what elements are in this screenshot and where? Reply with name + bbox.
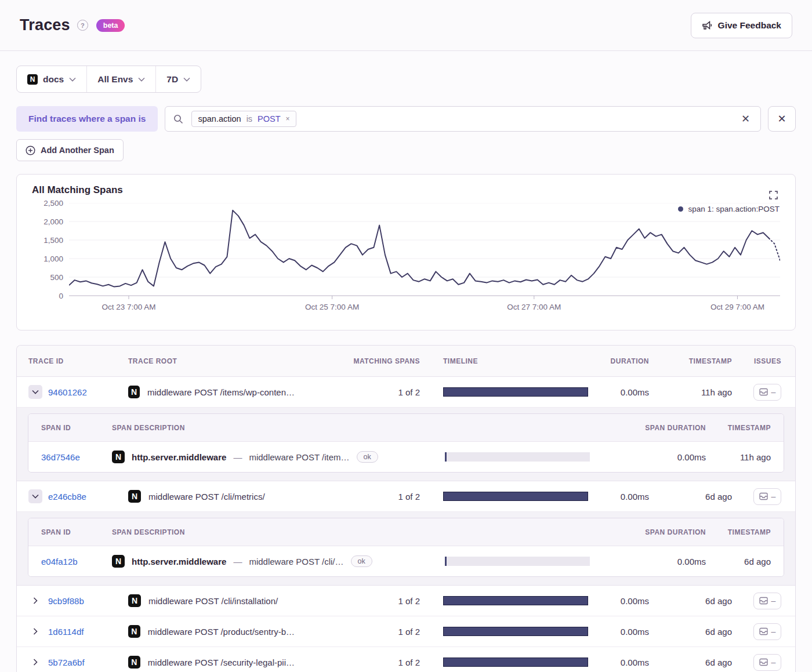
table-row[interactable]: e246cb8e N middleware POST /cli/metrics/… xyxy=(17,481,795,512)
chevron-right-icon xyxy=(33,628,38,635)
col-timeline: TIMELINE xyxy=(420,357,588,365)
token-remove-icon[interactable]: × xyxy=(286,115,290,123)
span-timestamp-value[interactable]: 11h ago xyxy=(740,452,771,462)
trace-root-text: middleware POST /product/sentry-b… xyxy=(148,627,295,637)
issues-empty-dash: – xyxy=(771,658,776,667)
issues-button[interactable]: – xyxy=(753,654,781,671)
col-span-id: SPAN ID xyxy=(41,424,112,432)
span-query-row: Find traces where a span is span.action … xyxy=(16,106,796,132)
issues-empty-dash: – xyxy=(771,596,776,605)
nextjs-logo-icon: N xyxy=(112,555,125,568)
trace-root-text: middleware POST /cli/metrics/ xyxy=(148,492,265,502)
search-icon xyxy=(173,114,183,124)
date-range-filter[interactable]: 7D xyxy=(155,66,201,92)
span-status-badge: ok xyxy=(351,555,372,567)
duration-value: 0.00ms xyxy=(588,596,649,606)
span-description: middleware POST /cli/… xyxy=(249,557,343,566)
nextjs-logo-icon: N xyxy=(128,625,140,638)
find-traces-label: Find traces where a span is xyxy=(16,106,158,132)
table-row[interactable]: 9cb9f88b N middleware POST /cli/installa… xyxy=(17,586,795,616)
timestamp-value[interactable]: 6d ago xyxy=(705,492,732,502)
span-table-header: SPAN ID SPAN DESCRIPTION SPAN DURATION T… xyxy=(28,414,784,442)
span-group: SPAN ID SPAN DESCRIPTION SPAN DURATION T… xyxy=(17,512,795,586)
clear-search-icon[interactable]: ✕ xyxy=(739,111,752,126)
beta-badge: beta xyxy=(96,19,125,32)
span-op: http.server.middleware xyxy=(132,452,226,462)
col-span-description: SPAN DESCRIPTION xyxy=(112,528,445,536)
remove-span-query-button[interactable]: ✕ xyxy=(768,106,796,132)
timeline-bar xyxy=(443,596,588,605)
issue-drawer-icon xyxy=(759,492,768,500)
chevron-right-icon xyxy=(33,597,38,604)
table-row[interactable]: 1d6114df N middleware POST /product/sent… xyxy=(17,616,795,647)
col-span-id: SPAN ID xyxy=(41,528,112,536)
issues-button[interactable]: – xyxy=(753,384,781,401)
filter-token[interactable]: span.action is POST × xyxy=(191,111,296,127)
col-timestamp: TIMESTAMP xyxy=(649,357,732,365)
trace-root-text: middleware POST /security-legal-pii… xyxy=(148,658,295,667)
col-span-duration: SPAN DURATION xyxy=(590,424,706,432)
trace-id-link[interactable]: 9cb9f88b xyxy=(48,596,84,606)
span-timestamp-value[interactable]: 6d ago xyxy=(744,557,771,566)
span-group: SPAN ID SPAN DESCRIPTION SPAN DURATION T… xyxy=(17,408,795,481)
issues-empty-dash: – xyxy=(771,387,776,397)
col-trace-id: TRACE ID xyxy=(28,357,115,365)
issues-button[interactable]: – xyxy=(753,488,781,505)
col-trace-root: TRACE ROOT xyxy=(115,357,295,365)
trace-id-link[interactable]: 94601262 xyxy=(48,387,87,397)
timestamp-value[interactable]: 11h ago xyxy=(701,387,732,397)
span-search-input[interactable]: span.action is POST × ✕ xyxy=(165,106,761,132)
collapse-row-button[interactable] xyxy=(28,385,42,399)
chevron-down-icon xyxy=(69,77,76,82)
y-tick-label: 1,000 xyxy=(44,255,63,263)
issues-button[interactable]: – xyxy=(753,623,781,640)
timeline-bar xyxy=(443,492,588,501)
environment-filter[interactable]: All Envs xyxy=(86,66,155,92)
issues-empty-dash: – xyxy=(771,627,776,636)
add-another-span-button[interactable]: Add Another Span xyxy=(16,139,124,161)
timestamp-value[interactable]: 6d ago xyxy=(705,658,732,667)
expand-row-button[interactable] xyxy=(28,655,42,669)
issue-drawer-icon xyxy=(759,388,768,396)
give-feedback-button[interactable]: Give Feedback xyxy=(691,13,792,38)
y-tick-label: 2,000 xyxy=(44,217,63,226)
fullscreen-icon[interactable] xyxy=(769,191,778,201)
project-filter[interactable]: N docs xyxy=(17,66,86,92)
trace-id-link[interactable]: e246cb8e xyxy=(48,492,86,502)
expand-row-button[interactable] xyxy=(28,594,42,608)
x-tick-label: Oct 27 7:00 AM xyxy=(507,303,561,311)
chart-body: 2,500 2,000 1,500 1,000 500 0 Oct 23 7:0… xyxy=(32,203,780,299)
span-id-link[interactable]: e04fa12b xyxy=(41,557,78,566)
span-timeline-bar xyxy=(445,557,590,566)
collapse-row-button[interactable] xyxy=(28,489,42,503)
page-title: Traces xyxy=(20,16,70,34)
table-row[interactable]: 94601262 N middleware POST /items/wp-con… xyxy=(17,377,795,408)
timestamp-value[interactable]: 6d ago xyxy=(705,627,732,637)
timeline-bar xyxy=(443,658,588,667)
span-op: http.server.middleware xyxy=(132,557,226,566)
table-row[interactable]: 5b72a6bf N middleware POST /security-leg… xyxy=(17,647,795,672)
timestamp-value[interactable]: 6d ago xyxy=(705,596,732,606)
span-id-link[interactable]: 36d7546e xyxy=(41,452,80,462)
span-row[interactable]: 36d7546e N http.server.middleware — midd… xyxy=(28,442,784,472)
content: N docs All Envs 7D Find traces where a s… xyxy=(0,51,812,672)
trace-id-link[interactable]: 5b72a6bf xyxy=(48,658,85,667)
duration-value: 0.00ms xyxy=(588,627,649,637)
issue-drawer-icon xyxy=(759,627,768,635)
chart-plot-area[interactable]: Oct 23 7:00 AM Oct 25 7:00 AM Oct 27 7:0… xyxy=(69,203,780,299)
x-tick-label: Oct 25 7:00 AM xyxy=(305,303,359,311)
col-matching-spans: MATCHING SPANS xyxy=(295,357,420,365)
col-span-duration: SPAN DURATION xyxy=(590,528,706,536)
nextjs-logo-icon: N xyxy=(128,656,140,669)
issues-button[interactable]: – xyxy=(753,593,781,609)
traces-page: Traces ? beta Give Feedback N docs xyxy=(0,0,812,672)
span-row[interactable]: e04fa12b N http.server.middleware — midd… xyxy=(28,546,784,576)
environment-filter-label: All Envs xyxy=(97,74,133,85)
trace-id-link[interactable]: 1d6114df xyxy=(48,627,84,637)
span-separator: — xyxy=(233,452,242,462)
spans-chart-svg xyxy=(69,203,780,299)
col-issues: ISSUES xyxy=(732,357,781,365)
expand-row-button[interactable] xyxy=(28,624,42,638)
help-icon[interactable]: ? xyxy=(77,20,88,31)
token-key: span.action xyxy=(198,114,241,123)
